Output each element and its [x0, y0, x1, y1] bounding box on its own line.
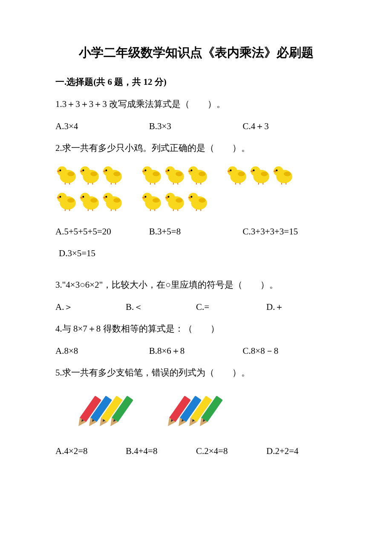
- question-3-options: A.＞ B.＜ C.= D.＋: [55, 300, 337, 315]
- pencil-group: [64, 391, 128, 429]
- question-5-options: A.4×2=8 B.4+4=8 C.2×4=8 D.2+2=4: [55, 444, 337, 459]
- chick-icon: [78, 190, 101, 212]
- q5-option-c: C.2×4=8: [196, 444, 266, 459]
- svg-point-18: [113, 172, 121, 176]
- svg-point-93: [167, 196, 169, 197]
- question-3-text: 3."4×3○6×2"，比较大小，在○里应填的符号是（ ）。: [55, 278, 337, 292]
- svg-point-25: [153, 172, 160, 176]
- svg-point-44: [230, 169, 231, 171]
- q2-option-d: D.3×5=15: [55, 246, 337, 261]
- svg-point-79: [105, 196, 107, 197]
- question-2-options-abc: A.5+5+5+5=20 B.3+5=8 C.3+3+3+3=15: [55, 225, 337, 239]
- svg-point-102: [199, 198, 206, 202]
- q1-option-c: C.4＋3: [243, 119, 337, 134]
- svg-point-53: [261, 172, 268, 176]
- chick-icon: [55, 163, 78, 185]
- svg-point-37: [190, 169, 192, 171]
- svg-point-65: [59, 196, 61, 197]
- q4-option-a: A.8×8: [55, 344, 149, 358]
- question-5-text: 5.求一共有多少支铅笔，错误的列式为（ ）。: [55, 366, 337, 380]
- chick-group: [55, 190, 124, 212]
- pencil-group: [153, 391, 217, 429]
- chick-group: [141, 163, 209, 185]
- question-1-options: A.3×4 B.3×3 C.4＋3: [55, 119, 337, 134]
- chick-icon: [187, 190, 209, 212]
- q5-option-b: B.4+4=8: [126, 444, 196, 459]
- chick-group: [55, 163, 124, 185]
- chick-icon: [272, 163, 294, 185]
- chicks-illustration: [55, 163, 337, 212]
- question-1-text: 1.3＋3＋3＋3 改写成乘法算式是（ ）。: [55, 97, 337, 112]
- svg-point-11: [90, 172, 98, 176]
- svg-point-72: [82, 196, 84, 197]
- q3-option-d: D.＋: [266, 300, 337, 315]
- chick-icon: [101, 190, 124, 212]
- svg-point-88: [153, 198, 160, 202]
- chick-icon: [101, 163, 124, 185]
- svg-point-39: [199, 172, 206, 176]
- chick-icon: [164, 163, 186, 185]
- svg-point-60: [284, 172, 291, 176]
- q4-option-b: B.8×6＋8: [149, 344, 243, 358]
- question-4-text: 4.与 8×7＋8 得数相等的算式是：（ ）: [55, 322, 337, 336]
- svg-point-67: [67, 198, 75, 202]
- svg-point-74: [90, 198, 98, 202]
- question-2-text: 2.求一共有多少只小鸡。列式正确的是（ ）。: [55, 141, 337, 156]
- chick-icon: [249, 163, 271, 185]
- svg-point-32: [176, 172, 183, 176]
- chick-icon: [78, 163, 101, 185]
- svg-point-100: [190, 196, 192, 197]
- q2-option-c: C.3+3+3+3=15: [243, 225, 337, 239]
- q3-option-c: C.=: [196, 300, 266, 315]
- q5-option-d: D.2+2=4: [266, 444, 337, 459]
- page-title: 小学二年级数学知识点《表内乘法》必刷题: [55, 43, 337, 62]
- svg-point-95: [176, 198, 183, 202]
- svg-point-16: [105, 169, 107, 171]
- q3-option-a: A.＞: [55, 300, 126, 315]
- q1-option-b: B.3×3: [149, 119, 243, 134]
- chick-icon: [164, 190, 186, 212]
- chick-group: [141, 190, 209, 212]
- q3-option-b: B.＜: [126, 300, 196, 315]
- svg-point-30: [167, 169, 169, 171]
- pencils-illustration: [64, 391, 337, 429]
- chick-icon: [226, 163, 248, 185]
- chick-icon: [141, 163, 163, 185]
- section-header: 一.选择题(共 6 题，共 12 分): [55, 75, 337, 90]
- svg-point-23: [144, 169, 146, 171]
- svg-point-46: [238, 172, 245, 176]
- svg-point-4: [67, 172, 75, 176]
- svg-point-51: [253, 169, 254, 171]
- svg-point-9: [82, 169, 84, 171]
- chick-icon: [141, 190, 163, 212]
- chick-icon: [55, 190, 78, 212]
- svg-point-86: [144, 196, 146, 197]
- q2-option-a: A.5+5+5+5=20: [55, 225, 149, 239]
- svg-point-58: [276, 169, 277, 171]
- svg-point-2: [59, 169, 61, 171]
- svg-point-81: [113, 198, 121, 202]
- q4-option-c: C.8×8－8: [243, 344, 337, 358]
- q2-option-b: B.3+5=8: [149, 225, 243, 239]
- q5-option-a: A.4×2=8: [55, 444, 126, 459]
- chick-group: [226, 163, 294, 185]
- question-4-options: A.8×8 B.8×6＋8 C.8×8－8: [55, 344, 337, 358]
- chick-icon: [187, 163, 209, 185]
- q1-option-a: A.3×4: [55, 119, 149, 134]
